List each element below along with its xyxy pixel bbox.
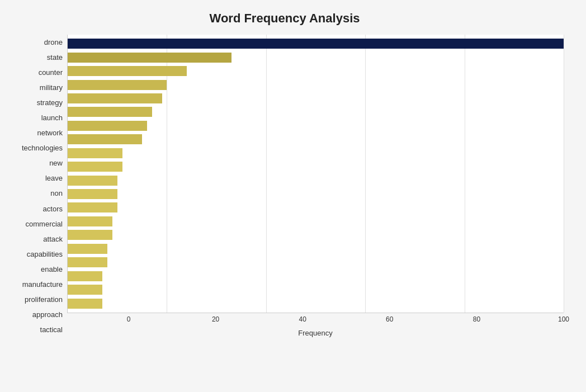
bar-row	[68, 243, 564, 254]
bar-row	[68, 271, 564, 282]
bar-enable	[68, 244, 107, 254]
bar-manufacture	[68, 257, 107, 267]
bar-drone	[68, 39, 564, 49]
bar-leave	[68, 162, 122, 172]
chart-title: Word Frequency Analysis	[6, 11, 564, 26]
bar-row	[68, 38, 564, 49]
y-label: enable	[6, 266, 63, 273]
y-label: new	[6, 159, 63, 167]
bar-row	[68, 298, 564, 309]
y-label: counter	[6, 69, 63, 76]
x-axis-title: Frequency	[67, 329, 564, 337]
x-tick-label: 40	[299, 315, 306, 323]
chart-container: Word Frequency Analysis dronestatecounte…	[0, 0, 586, 392]
bar-row	[68, 188, 564, 200]
y-label: proliferation	[6, 296, 63, 303]
x-tick-label: 0	[127, 315, 131, 323]
bar-actors	[68, 189, 117, 199]
y-label: strategy	[6, 99, 63, 106]
bar-capabilities	[68, 230, 112, 240]
y-label: launch	[6, 114, 63, 121]
x-tick-label: 20	[212, 315, 219, 323]
bar-row	[68, 120, 564, 131]
bar-row	[68, 284, 564, 295]
bar-network	[68, 121, 147, 131]
y-axis-labels: dronestatecountermilitarystrategylaunchn…	[6, 35, 67, 337]
y-label: state	[6, 54, 63, 61]
y-label: capabilities	[6, 251, 63, 258]
bar-approach	[68, 285, 102, 295]
y-label: military	[6, 84, 63, 91]
bar-strategy	[68, 93, 162, 103]
y-label: leave	[6, 174, 63, 182]
bar-row	[68, 65, 564, 77]
bar-row	[68, 216, 564, 227]
bar-attack	[68, 216, 112, 226]
y-label: manufacture	[6, 281, 63, 288]
bar-row	[68, 148, 564, 159]
chart-area: dronestatecountermilitarystrategylaunchn…	[6, 35, 564, 337]
bar-row	[68, 229, 564, 240]
bar-counter	[68, 66, 187, 76]
bar-row	[68, 161, 564, 172]
bars-grid	[67, 35, 564, 313]
x-tick-label: 80	[473, 315, 480, 323]
bar-military	[68, 80, 167, 90]
y-label: drone	[6, 39, 63, 46]
bar-technologies	[68, 134, 142, 144]
x-tick-label: 100	[558, 315, 569, 323]
y-label: tactical	[6, 326, 63, 333]
bar-new	[68, 148, 122, 158]
bar-commercial	[68, 202, 117, 212]
bar-launch	[68, 107, 152, 117]
y-label: attack	[6, 235, 63, 243]
y-label: technologies	[6, 144, 63, 152]
y-label: commercial	[6, 220, 63, 228]
x-tick-label: 60	[386, 315, 393, 323]
y-label: actors	[6, 205, 63, 212]
bar-row	[68, 134, 564, 145]
bar-row	[68, 52, 564, 63]
y-label: non	[6, 190, 63, 197]
bar-row	[68, 106, 564, 117]
y-label: approach	[6, 311, 63, 318]
bar-row	[68, 79, 564, 91]
grid-line	[564, 35, 564, 313]
bar-non	[68, 176, 117, 186]
bar-row	[68, 93, 564, 104]
bar-row	[68, 202, 564, 213]
bars-wrapper	[68, 35, 564, 313]
y-label: network	[6, 129, 63, 136]
x-axis-labels: 020406080100	[129, 313, 564, 327]
bar-tactical	[68, 299, 102, 309]
bar-state	[68, 53, 231, 63]
bar-row	[68, 175, 564, 186]
bar-row	[68, 257, 564, 268]
bar-proliferation	[68, 271, 102, 281]
